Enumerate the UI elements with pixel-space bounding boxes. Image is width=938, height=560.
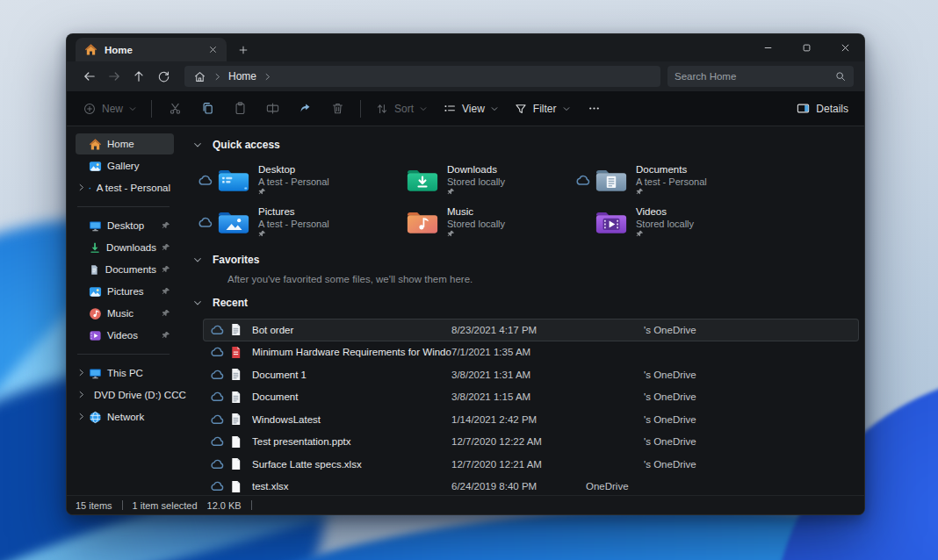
sidebar-item-downloads[interactable]: Downloads	[76, 237, 174, 258]
minimize-button[interactable]	[748, 34, 787, 61]
paste-button[interactable]	[224, 96, 256, 122]
breadcrumb-chevron-icon	[263, 72, 272, 82]
file-name: Test presentation.pptx	[252, 436, 451, 447]
new-tab-button[interactable]	[232, 39, 255, 61]
sidebar-item-dvd-drive[interactable]: DVD Drive (D:) CCC	[76, 384, 174, 406]
file-row[interactable]: Surface Latte specs.xlsx 12/7/2020 12:21…	[203, 453, 859, 476]
sidebar-item-label: Documents	[105, 264, 156, 275]
tile-videos[interactable]: Videos Stored locally	[571, 203, 760, 241]
tile-pictures[interactable]: Pictures A test - Personal	[193, 203, 382, 241]
sort-button[interactable]: Sort	[368, 96, 435, 122]
file-date: 1/14/2021 2:42 PM	[451, 414, 586, 425]
forward-arrow-icon	[107, 69, 121, 83]
breadcrumb[interactable]: Home	[228, 70, 256, 83]
back-arrow-icon	[83, 69, 97, 83]
statusbar-divider	[122, 500, 123, 510]
file-row[interactable]: Document 1 3/8/2021 1:31 AM 's OneDrive	[203, 363, 859, 386]
file-location: 's OneDrive	[586, 391, 696, 402]
sidebar-divider	[77, 206, 170, 207]
copy-button[interactable]	[191, 96, 223, 122]
share-button[interactable]	[289, 96, 321, 122]
filter-funnel-icon	[514, 102, 528, 116]
expand-chevron-icon[interactable]	[76, 368, 86, 377]
cloud-status-icon	[210, 434, 224, 449]
sidebar-item-label: Home	[107, 139, 134, 149]
file-row[interactable]: WindowsLatest 1/14/2021 2:42 PM 's OneDr…	[203, 408, 859, 431]
view-list-icon	[443, 102, 457, 116]
up-button[interactable]	[126, 65, 151, 88]
tab-close-button[interactable]	[204, 41, 221, 59]
document-file-icon	[229, 413, 242, 426]
cut-button[interactable]	[159, 96, 191, 122]
quick-access-header[interactable]: Quick access	[192, 133, 864, 156]
file-row[interactable]: Bot order 8/23/2021 4:17 PM 's OneDrive	[203, 319, 859, 341]
file-location: OneDrive	[586, 481, 629, 492]
sidebar-item-music[interactable]: Music	[76, 303, 174, 324]
documents-icon	[89, 263, 100, 276]
cloud-status-icon	[198, 215, 213, 230]
status-bar: 15 items 1 item selected 12.0 KB	[67, 495, 864, 514]
toolbar-divider	[151, 100, 152, 118]
music-icon	[89, 307, 102, 320]
sidebar-item-pictures[interactable]: Pictures	[76, 281, 174, 302]
recent-header[interactable]: Recent	[192, 291, 864, 314]
collapse-chevron-icon[interactable]	[192, 255, 203, 265]
recent-files-list: Bot order 8/23/2021 4:17 PM 's OneDrive …	[192, 319, 864, 495]
search-icon[interactable]	[834, 70, 847, 83]
sidebar-item-onedrive[interactable]: A test - Personal	[76, 177, 174, 198]
file-location: 's OneDrive	[586, 436, 696, 447]
filter-button[interactable]: Filter	[507, 96, 578, 122]
close-button[interactable]	[826, 34, 864, 61]
sidebar-item-this-pc[interactable]: This PC	[76, 363, 174, 384]
tile-name: Desktop	[258, 164, 329, 176]
refresh-button[interactable]	[151, 65, 176, 88]
sidebar-item-network[interactable]: Network	[76, 406, 174, 427]
quick-access-tiles: Desktop A test - Personal Downloads Stor…	[193, 161, 864, 241]
tile-desktop[interactable]: Desktop A test - Personal	[193, 161, 382, 199]
section-title: Recent	[213, 297, 248, 309]
tab-home[interactable]: Home	[76, 38, 227, 61]
expand-chevron-icon[interactable]	[76, 390, 86, 399]
expand-chevron-icon[interactable]	[76, 412, 86, 421]
rename-button[interactable]	[256, 96, 288, 122]
file-date: 3/8/2021 1:15 AM	[451, 391, 586, 402]
file-row[interactable]: Document 3/8/2021 1:15 AM 's OneDrive	[203, 386, 859, 409]
search-input[interactable]	[675, 71, 834, 82]
file-row[interactable]: test.xlsx 6/24/2019 8:40 PM OneDrive	[203, 476, 859, 496]
collapse-chevron-icon[interactable]	[192, 298, 203, 308]
file-row[interactable]: Test presentation.pptx 12/7/2020 12:22 A…	[203, 431, 859, 454]
maximize-button[interactable]	[787, 34, 826, 61]
tile-documents[interactable]: Documents A test - Personal	[571, 161, 760, 199]
sidebar-item-home[interactable]: Home	[76, 133, 174, 154]
file-date: 8/23/2021 4:17 PM	[451, 325, 586, 335]
tile-music[interactable]: Music Stored locally	[382, 203, 571, 241]
cloud-status-icon	[210, 368, 224, 382]
pin-icon	[162, 243, 170, 252]
pin-icon	[162, 287, 170, 296]
file-row[interactable]: Minimum Hardware Requirements for Window…	[203, 341, 859, 364]
view-button[interactable]: View	[436, 96, 506, 122]
favorites-header[interactable]: Favorites	[192, 248, 864, 271]
tile-subtitle: A test - Personal	[258, 176, 329, 188]
delete-button[interactable]	[321, 96, 353, 122]
pictures-folder-icon	[217, 209, 250, 236]
forward-button[interactable]	[102, 65, 126, 88]
sidebar-item-videos[interactable]: Videos	[76, 325, 174, 346]
file-date: 12/7/2020 12:21 AM	[451, 459, 586, 470]
new-button[interactable]: New	[76, 96, 144, 122]
sidebar-item-gallery[interactable]: Gallery	[76, 155, 174, 176]
tile-subtitle: A test - Personal	[258, 219, 329, 230]
sidebar-item-desktop[interactable]: Desktop	[76, 215, 174, 236]
pin-icon	[162, 331, 170, 340]
back-button[interactable]	[77, 65, 102, 88]
close-icon	[839, 41, 852, 54]
details-pane-button[interactable]: Details	[789, 96, 855, 122]
trash-icon	[330, 101, 345, 116]
more-options-button[interactable]	[579, 96, 610, 122]
sidebar-item-label: Videos	[107, 330, 138, 341]
collapse-chevron-icon[interactable]	[192, 140, 203, 150]
tile-downloads[interactable]: Downloads Stored locally	[382, 161, 571, 199]
address-bar[interactable]: Home	[184, 66, 660, 87]
expand-chevron-icon[interactable]	[76, 183, 86, 192]
sidebar-item-documents[interactable]: Documents	[76, 259, 174, 280]
